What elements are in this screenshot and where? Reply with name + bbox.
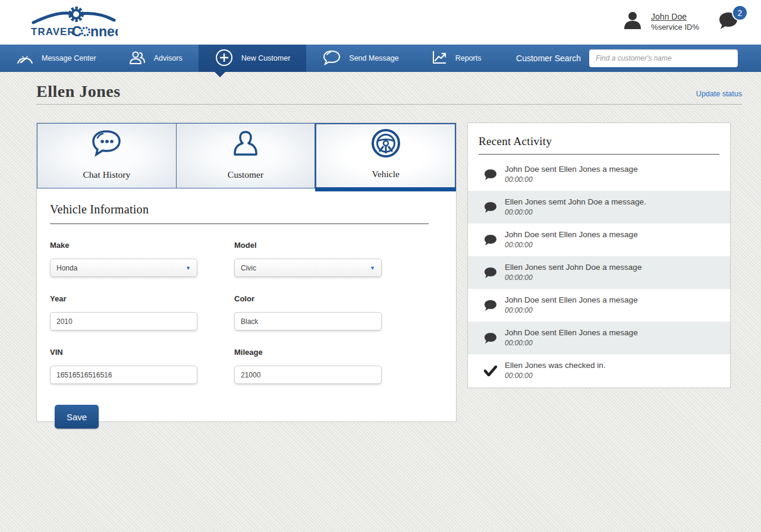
- make-select-value: Honda: [56, 264, 77, 272]
- message-icon: [484, 202, 497, 213]
- activity-list: John Doe sent Ellen Jones a mesage 00:00…: [468, 158, 730, 387]
- customer-search-input[interactable]: [589, 49, 738, 67]
- activity-time: 00:00:00: [505, 372, 606, 380]
- activity-text: Ellen Jones sent John Doe a message: [505, 263, 641, 272]
- detail-tabs: Chat History Customer Vehicle: [37, 123, 456, 188]
- customer-search-label: Customer Search: [516, 53, 581, 63]
- vin-input[interactable]: [50, 366, 197, 384]
- activity-time: 00:00:00: [505, 208, 646, 216]
- vehicle-information-form: Vehicle Information Make Honda ▼ Model C…: [37, 188, 456, 429]
- advisors-icon: [128, 50, 146, 67]
- make-label: Make: [50, 241, 197, 250]
- notifications-button[interactable]: 2: [716, 8, 743, 36]
- message-icon: [484, 300, 497, 311]
- vin-label: VIN: [50, 348, 197, 357]
- nav-item-reports[interactable]: Reports: [415, 45, 498, 72]
- activity-time: 00:00:00: [505, 339, 638, 347]
- message-icon: [484, 234, 497, 246]
- notification-badge: 2: [732, 5, 748, 21]
- main-navbar: Message Center Advisors New Customer: [0, 45, 761, 72]
- chart-icon: [431, 50, 448, 67]
- activity-item[interactable]: John Doe sent Ellen Jones a mesage 00:00…: [468, 223, 730, 256]
- page-title: Ellen Jones: [36, 82, 121, 101]
- activity-text: John Doe sent Ellen Jones a mesage: [505, 230, 638, 240]
- color-input[interactable]: [234, 312, 382, 330]
- check-icon: [484, 366, 497, 376]
- form-heading: Vehicle Information: [50, 203, 443, 216]
- activity-text: Ellen Jones was checked in.: [505, 361, 606, 370]
- chevron-down-icon: ▼: [370, 265, 375, 271]
- tab-chat-history[interactable]: Chat History: [37, 123, 177, 188]
- nav-label: Advisors: [154, 54, 183, 62]
- activity-item[interactable]: John Doe sent Ellen Jones a mesage 00:00…: [468, 322, 730, 354]
- message-icon: [484, 267, 497, 279]
- message-icon: [484, 169, 497, 181]
- color-label: Color: [234, 294, 382, 303]
- logo-text-c: C: [72, 24, 82, 39]
- logo-gear-o-icon: [82, 28, 90, 36]
- nav-item-new-customer[interactable]: New Customer: [199, 45, 307, 72]
- recent-activity-heading: Recent Activity: [468, 123, 730, 148]
- logo-text-nnect: nnect: [90, 24, 118, 39]
- activity-item[interactable]: Ellen Jones semt John Doe a message. 00:…: [468, 191, 730, 223]
- activity-item[interactable]: John Doe sent Ellen Jones a mesage 00:00…: [468, 289, 730, 322]
- nav-label: Send Message: [349, 54, 398, 62]
- nav-label: Reports: [455, 54, 482, 62]
- activity-time: 00:00:00: [505, 175, 638, 184]
- tab-vehicle[interactable]: Vehicle: [315, 123, 456, 188]
- tab-label: Customer: [228, 169, 263, 180]
- make-select[interactable]: Honda ▼: [50, 259, 197, 277]
- recent-activity-panel: Recent Activity John Doe sent Ellen Jone…: [467, 122, 731, 388]
- activity-time: 00:00:00: [505, 273, 641, 282]
- year-input[interactable]: [50, 312, 197, 330]
- gauge-icon: [16, 51, 34, 67]
- activity-text: John Doe sent Ellen Jones a mesage: [505, 295, 638, 305]
- logo-text-traver: TRAVER: [31, 26, 76, 37]
- update-status-link[interactable]: Update status: [696, 90, 742, 98]
- message-icon: [484, 332, 497, 344]
- customer-detail-panel: Chat History Customer Vehicle: [36, 122, 457, 422]
- gear-icon: [70, 8, 82, 20]
- activity-item[interactable]: Ellen Jones sent John Doe a message 00:0…: [468, 256, 730, 289]
- activity-item[interactable]: Ellen Jones was checked in. 00:00:00: [468, 354, 730, 387]
- activity-item[interactable]: John Doe sent Ellen Jones a mesage 00:00…: [468, 158, 730, 191]
- mileage-input[interactable]: [234, 366, 382, 384]
- activity-text: John Doe sent Ellen Jones a mesage: [505, 328, 638, 338]
- chevron-down-icon: ▼: [185, 265, 191, 271]
- nav-item-send-message[interactable]: Send Message: [306, 45, 414, 72]
- form-heading-divider: [50, 223, 429, 224]
- speech-bubble-icon: [322, 49, 341, 68]
- traverconnect-logo[interactable]: TRAVER C nnect: [29, 6, 118, 43]
- model-select[interactable]: Civic ▼: [234, 259, 382, 277]
- activity-text: Ellen Jones semt John Doe a message.: [505, 197, 646, 207]
- user-name-link[interactable]: John Doe: [651, 12, 699, 23]
- nav-label: New Customer: [241, 54, 291, 62]
- activity-time: 00:00:00: [505, 241, 638, 249]
- chat-history-icon: [88, 128, 125, 165]
- customer-person-icon: [228, 128, 263, 165]
- tab-customer[interactable]: Customer: [177, 123, 316, 188]
- nav-item-message-center[interactable]: Message Center: [0, 45, 112, 72]
- year-label: Year: [50, 294, 197, 303]
- model-label: Model: [234, 241, 382, 250]
- title-divider: [36, 104, 742, 105]
- nav-label: Message Center: [42, 54, 96, 62]
- nav-item-advisors[interactable]: Advisors: [112, 45, 199, 72]
- recent-activity-divider: [479, 154, 719, 155]
- user-block: John Doe %service ID%: [622, 11, 699, 33]
- mileage-label: Mileage: [234, 348, 382, 357]
- activity-time: 00:00:00: [505, 306, 638, 314]
- tab-label: Chat History: [83, 169, 131, 180]
- tab-label: Vehicle: [372, 169, 399, 180]
- activity-text: John Doe sent Ellen Jones a mesage: [505, 165, 638, 174]
- steering-wheel-icon: [369, 127, 403, 164]
- model-select-value: Civic: [241, 264, 256, 272]
- save-button[interactable]: Save: [55, 405, 99, 429]
- chat-bubble-icon: [716, 25, 741, 35]
- plus-circle-icon: [215, 48, 234, 69]
- app-header: TRAVER C nnect John Doe %service ID%: [0, 0, 761, 45]
- user-avatar-icon: [622, 11, 643, 33]
- user-service-id: %service ID%: [651, 23, 699, 32]
